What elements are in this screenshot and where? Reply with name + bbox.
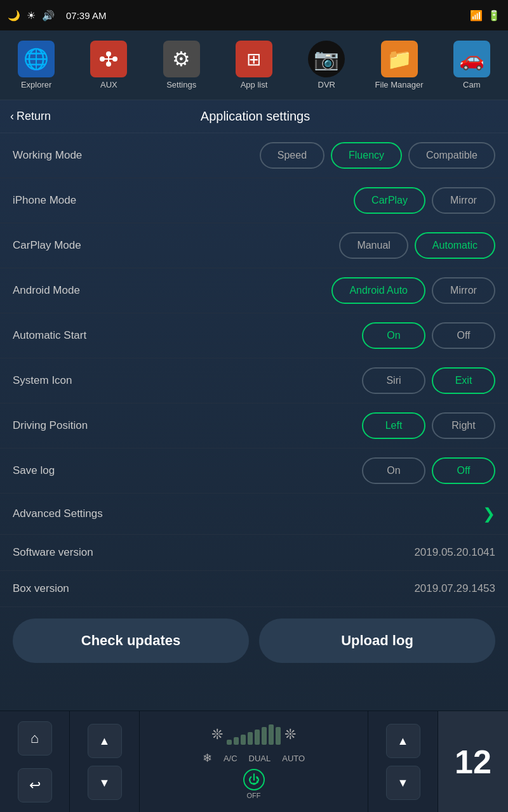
fan-bar (227, 724, 281, 745)
home-button[interactable]: ⌂ (18, 721, 52, 756)
explorer-icon: 🌐 (18, 41, 55, 77)
android-mode-label: Android Mode (13, 284, 140, 297)
automatic-start-row: Automatic Start On Off (0, 313, 508, 358)
box-version-label: Box version (13, 582, 69, 595)
page-title: Application settings (51, 109, 460, 124)
volume-up-button[interactable]: ▲ (88, 724, 122, 758)
working-mode-speed[interactable]: Speed (260, 142, 324, 169)
temp-up-icon: ▲ (398, 735, 409, 748)
software-version-value: 2019.05.20.1041 (414, 546, 495, 559)
iphone-mode-controls: CarPlay Mirror (354, 187, 495, 214)
cam-label: Cam (463, 80, 480, 89)
android-mode-controls: Android Auto Mirror (331, 277, 495, 304)
action-buttons: Check updates Upload log (0, 607, 508, 674)
nav-section: ⌂ ↩ (0, 711, 70, 812)
system-icon-siri[interactable]: Siri (362, 367, 425, 394)
carplay-mode-manual[interactable]: Manual (339, 232, 408, 259)
status-right-icons: 📶 🔋 (470, 10, 500, 22)
iphone-mode-row: iPhone Mode CarPlay Mirror (0, 178, 508, 223)
advanced-settings-label: Advanced Settings (13, 508, 103, 520)
return-label: Return (17, 110, 51, 123)
app-aux[interactable]: AUX (80, 41, 137, 89)
carplay-mode-controls: Manual Automatic (339, 232, 495, 259)
app-explorer[interactable]: 🌐 Explorer (8, 41, 65, 89)
save-log-controls: On Off (362, 457, 495, 484)
back-button[interactable]: ↩ (18, 768, 52, 802)
app-list-icon: ⊞ (236, 41, 272, 77)
volume-section: ▲ ▼ (70, 711, 140, 812)
page-header: ‹ Return Application settings (0, 100, 508, 133)
system-icon-row: System Icon Siri Exit (0, 358, 508, 403)
chevron-right-icon: ❯ (483, 505, 495, 523)
fan-right-icon: ❊ (284, 726, 296, 743)
box-version-row: Box version 2019.07.29.1453 (0, 571, 508, 607)
android-mode-auto[interactable]: Android Auto (331, 277, 425, 304)
battery-icon: 🔋 (488, 10, 500, 22)
temp-down-button[interactable]: ▼ (386, 766, 420, 800)
driving-position-left[interactable]: Left (362, 412, 425, 439)
off-label: OFF (247, 792, 261, 799)
app-list-label: App list (241, 80, 268, 89)
automatic-start-controls: On Off (362, 322, 495, 349)
software-version-row: Software version 2019.05.20.1041 (0, 535, 508, 571)
automatic-start-on[interactable]: On (362, 322, 425, 349)
temp-control-section: ▲ ▼ (368, 711, 438, 812)
app-cam[interactable]: 🚗 Cam (443, 41, 500, 89)
temp-up-button[interactable]: ▲ (386, 724, 420, 758)
check-updates-button[interactable]: Check updates (13, 619, 249, 663)
bottom-bar: ⌂ ↩ ▲ ▼ ❊ ❊ (0, 710, 508, 812)
power-section: ⏻ OFF (243, 769, 265, 799)
box-version-value: 2019.07.29.1453 (414, 582, 495, 595)
automatic-start-off[interactable]: Off (432, 322, 495, 349)
save-log-row: Save log On Off (0, 449, 508, 494)
system-icon-controls: Siri Exit (362, 367, 495, 394)
settings-label: Settings (166, 80, 196, 89)
settings-icon: ⚙ (163, 41, 200, 77)
ac-center-section: ❊ ❊ ❄ A/C DUAL AUTO ⏻ OFF (140, 711, 368, 812)
volume-down-button[interactable]: ▼ (88, 766, 122, 800)
driving-position-label: Driving Position (13, 419, 140, 432)
android-mode-mirror[interactable]: Mirror (432, 277, 495, 304)
working-mode-controls: Speed Fluency Compatible (260, 142, 495, 169)
auto-label: AUTO (282, 754, 305, 763)
app-dvr[interactable]: 📷 DVR (298, 41, 355, 89)
status-time: 07:39 AM (66, 10, 106, 21)
app-settings[interactable]: ⚙ Settings (153, 41, 210, 89)
driving-position-controls: Left Right (362, 412, 495, 439)
file-manager-label: File Manager (375, 80, 424, 89)
save-log-off[interactable]: Off (432, 457, 495, 484)
system-icon-label: System Icon (13, 374, 140, 387)
iphone-mode-mirror[interactable]: Mirror (432, 187, 495, 214)
back-icon: ↩ (29, 777, 41, 794)
driving-position-right[interactable]: Right (432, 412, 495, 439)
carplay-mode-row: CarPlay Mode Manual Automatic (0, 223, 508, 268)
sun-icon: ☀ (27, 10, 36, 22)
carplay-mode-label: CarPlay Mode (13, 239, 140, 252)
app-app-list[interactable]: ⊞ App list (225, 41, 283, 89)
working-mode-fluency[interactable]: Fluency (331, 142, 402, 169)
aux-icon (90, 41, 127, 77)
dvr-label: DVR (318, 80, 335, 89)
fan-left-icon: ❊ (211, 726, 223, 743)
dvr-icon: 📷 (308, 41, 345, 77)
power-button[interactable]: ⏻ (243, 769, 265, 790)
ac-row: ❄ A/C DUAL AUTO (203, 751, 305, 765)
save-log-on[interactable]: On (362, 457, 425, 484)
app-bar: 🌐 Explorer AUX ⚙ Settings ⊞ App list 📷 D… (0, 30, 508, 100)
temperature-value: 12 (455, 743, 491, 781)
upload-log-button[interactable]: Upload log (259, 619, 495, 663)
working-mode-compatible[interactable]: Compatible (408, 142, 495, 169)
return-button[interactable]: ‹ Return (10, 110, 51, 123)
app-file-manager[interactable]: 📁 File Manager (371, 41, 428, 89)
temp-display: 12 (438, 711, 508, 812)
advanced-settings-row[interactable]: Advanced Settings ❯ (0, 494, 508, 535)
carplay-mode-automatic[interactable]: Automatic (415, 232, 495, 259)
dual-label: DUAL (249, 754, 271, 763)
volume-up-icon: ▲ (99, 735, 110, 748)
iphone-mode-carplay[interactable]: CarPlay (354, 187, 425, 214)
system-icon-exit[interactable]: Exit (432, 367, 495, 394)
temp-down-icon: ▼ (398, 776, 409, 790)
volume-icon: 🔊 (42, 10, 55, 22)
power-icon: ⏻ (248, 773, 260, 787)
working-mode-row: Working Mode Speed Fluency Compatible (0, 133, 508, 178)
